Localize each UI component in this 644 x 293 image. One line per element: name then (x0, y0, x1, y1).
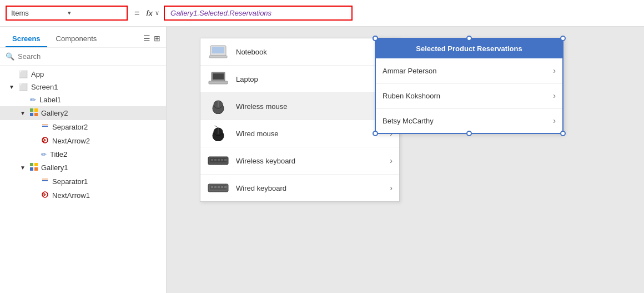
wired-mouse-name: Wired mouse (236, 130, 383, 138)
reservation-item-0[interactable]: Ammar Peterson › (376, 58, 562, 83)
svg-rect-24 (213, 73, 224, 80)
sidebar-item-gallery1[interactable]: ▼ Gallery1 (0, 161, 166, 175)
notebook-image (207, 44, 229, 59)
reservation-arrow-2: › (553, 116, 556, 125)
search-icon: 🔍 (6, 52, 14, 61)
tab-components[interactable]: Components (49, 31, 104, 47)
product-item-laptop[interactable]: Laptop › (200, 66, 399, 93)
reservation-name-0: Ammar Peterson (383, 67, 437, 75)
handle-top-right[interactable] (560, 36, 566, 41)
formula-text: Gallery1.Selected.Reservations (170, 9, 271, 17)
sidebar-item-label1[interactable]: ✏ Label1 (0, 93, 166, 106)
svg-rect-41 (211, 186, 213, 188)
sidebar: Screens Components ☰ ⊞ 🔍 ⬜ App ▼ (0, 27, 167, 293)
sidebar-search: 🔍 (0, 48, 166, 66)
fx-area: fx ∨ (146, 8, 159, 18)
sidebar-tab-icons: ☰ ⊞ (143, 34, 160, 45)
handle-bottom-left[interactable] (373, 131, 378, 136)
product-item-wireless-mouse[interactable]: Wireless mouse › (200, 93, 399, 120)
reservation-name-2: Betsy McCarthy (383, 117, 434, 125)
sidebar-item-gallery2[interactable]: ▼ Gallery2 (0, 106, 166, 120)
svg-rect-2 (30, 113, 33, 116)
sidebar-tree: ⬜ App ▼ ⬜ Screen1 ✏ Label1 ▼ (0, 66, 166, 293)
reservation-item-2[interactable]: Betsy McCarthy › (376, 108, 562, 133)
svg-rect-34 (211, 159, 213, 161)
svg-rect-44 (221, 186, 223, 188)
handle-top-center[interactable] (466, 36, 472, 41)
sidebar-item-screen1[interactable]: ▼ ⬜ Screen1 (0, 81, 166, 93)
gallery1-label: Gallery1 (41, 163, 68, 172)
main-layout: Screens Components ☰ ⊞ 🔍 ⬜ App ▼ (0, 27, 644, 293)
gallery2-icon (30, 108, 38, 118)
reservation-item-1[interactable]: Ruben Kokshoorn › (376, 83, 562, 108)
formula-box[interactable]: Gallery1.Selected.Reservations (164, 6, 353, 21)
canvas: Notebook › Laptop › (167, 27, 644, 293)
sidebar-item-separator1[interactable]: Separator1 (0, 175, 166, 188)
wired-keyboard-name: Wired keyboard (236, 184, 383, 192)
wired-keyboard-image (207, 180, 229, 196)
fx-chevron[interactable]: ∨ (155, 9, 159, 17)
sidebar-item-separator2[interactable]: Separator2 (0, 120, 166, 134)
svg-rect-21 (212, 47, 224, 53)
wireless-mouse-image (207, 98, 229, 114)
svg-rect-0 (30, 108, 33, 112)
search-input[interactable] (18, 52, 160, 61)
gallery2-label: Gallery2 (41, 109, 68, 117)
title2-icon: ✏ (41, 151, 47, 158)
reservation-name-1: Ruben Kokshoorn (383, 92, 440, 100)
product-panel: Notebook › Laptop › (200, 38, 400, 202)
reservation-arrow-0: › (553, 66, 556, 75)
separator1-label: Separator1 (52, 177, 88, 186)
name-selector[interactable]: Items ▾ (6, 6, 128, 21)
name-selector-label: Items (11, 9, 66, 17)
svg-rect-38 (224, 159, 227, 161)
tab-screens[interactable]: Screens (6, 31, 47, 47)
sidebar-item-title2[interactable]: ✏ Title2 (0, 148, 166, 161)
laptop-image (207, 71, 229, 87)
product-item-notebook[interactable]: Notebook › (200, 38, 399, 66)
reservation-header: Selected Product Reservations (376, 39, 562, 58)
separator2-icon (41, 122, 49, 132)
svg-rect-1 (34, 108, 38, 112)
gallery1-icon (30, 163, 38, 172)
svg-rect-11 (34, 163, 38, 166)
sidebar-item-nextarrow2[interactable]: NextArrow2 (0, 134, 166, 148)
sidebar-tabs: Screens Components ☰ ⊞ (0, 27, 166, 48)
sidebar-item-app[interactable]: ⬜ App (0, 68, 166, 81)
expand-gallery2[interactable]: ▼ (20, 110, 27, 116)
notebook-name: Notebook (236, 48, 383, 56)
expand-gallery1[interactable]: ▼ (20, 165, 27, 171)
label1-label: Label1 (39, 96, 61, 104)
svg-rect-3 (34, 113, 38, 116)
nextarrow1-icon (41, 191, 49, 200)
svg-rect-22 (209, 56, 227, 58)
product-item-wireless-keyboard[interactable]: Wireless keyboard › (200, 147, 399, 175)
grid-view-icon[interactable]: ⊞ (154, 34, 160, 43)
label1-icon: ✏ (30, 96, 36, 104)
laptop-name: Laptop (236, 75, 383, 83)
expand-screen1[interactable]: ▼ (9, 84, 16, 90)
wireless-mouse-name: Wireless mouse (236, 102, 383, 111)
list-view-icon[interactable]: ☰ (143, 34, 150, 43)
nextarrow1-label: NextArrow1 (52, 191, 90, 200)
product-item-wired-mouse[interactable]: Wired mouse › (200, 120, 399, 147)
handle-bottom-center[interactable] (466, 131, 472, 136)
svg-rect-36 (218, 159, 220, 161)
separator1-icon (41, 177, 49, 186)
wireless-keyboard-arrow: › (390, 156, 393, 165)
title2-label: Title2 (50, 150, 67, 158)
product-item-wired-keyboard[interactable]: Wired keyboard › (200, 175, 399, 201)
svg-rect-10 (30, 163, 33, 166)
nextarrow2-icon (41, 136, 49, 146)
handle-rotate[interactable] (373, 36, 378, 41)
svg-rect-25 (209, 81, 228, 84)
sidebar-item-nextarrow1[interactable]: NextArrow1 (0, 188, 166, 202)
svg-rect-12 (30, 167, 33, 171)
equals-sign: = (132, 8, 142, 18)
reservation-arrow-1: › (553, 91, 556, 100)
wireless-keyboard-name: Wireless keyboard (236, 157, 383, 165)
name-selector-chevron[interactable]: ▾ (68, 9, 122, 17)
reservation-panel: Selected Product Reservations Ammar Pete… (375, 38, 564, 134)
handle-bottom-right[interactable] (560, 131, 566, 136)
app-label: App (31, 70, 44, 78)
